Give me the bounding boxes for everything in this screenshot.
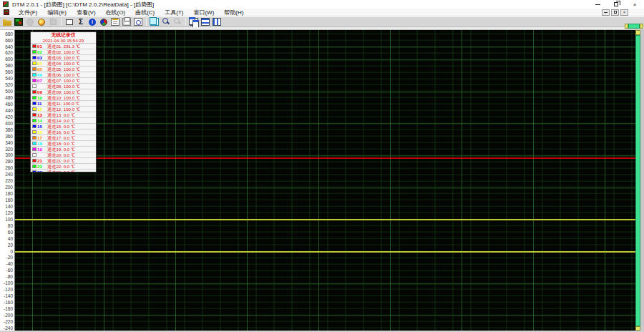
- channel-number: 14: [37, 118, 44, 123]
- toolbar-separator: [146, 18, 147, 26]
- minimize-button[interactable]: [588, 0, 607, 9]
- report-button[interactable]: [110, 17, 121, 26]
- channel-color-swatch: [32, 102, 36, 105]
- legend-row-channel-01[interactable]: 01通道01: 291.3 ℃: [31, 44, 96, 49]
- device-record-button[interactable]: [14, 17, 24, 26]
- vscroll-thumb[interactable]: [635, 35, 640, 326]
- vertical-scrollbar[interactable]: [635, 30, 640, 331]
- legend-row-channel-06[interactable]: 06通道06: 100.0 ℃: [31, 72, 96, 78]
- y-axis-tick-label: 320: [0, 147, 13, 152]
- legend-row-channel-17[interactable]: 17通道17: 0.0 ℃: [31, 135, 96, 141]
- legend-row-channel-08[interactable]: 08通道08: 100.0 ℃: [31, 84, 96, 89]
- channel-color-swatch: [32, 130, 36, 134]
- mdi-restore-icon: [614, 11, 617, 14]
- y-axis-tick-label: 80: [0, 223, 13, 229]
- legend-row-channel-13[interactable]: 13通道13: 0.0 ℃: [31, 112, 96, 118]
- y-axis-tick-label: 120: [0, 210, 13, 216]
- legend-row-channel-03[interactable]: 03通道03: 100.0 ℃: [31, 55, 96, 61]
- y-axis-tick-label: 280: [0, 159, 13, 165]
- legend-row-channel-02[interactable]: 02通道02: 100.0 ℃: [31, 49, 96, 55]
- menu-item-6[interactable]: 工具(T): [160, 9, 188, 16]
- channel-number: 15: [37, 124, 44, 129]
- channel-number: 23: [37, 170, 44, 172]
- y-axis-tick-label: 140: [0, 204, 13, 210]
- zoom-in-button[interactable]: [161, 17, 172, 26]
- open-file-button[interactable]: [2, 17, 13, 26]
- channel-number: 04: [37, 61, 44, 66]
- report-icon: [111, 18, 119, 26]
- pie-chart-button[interactable]: [99, 17, 109, 26]
- channel-number: 06: [37, 72, 44, 77]
- mdi-minimize-button[interactable]: [602, 9, 610, 16]
- channel-value-text: 通道15: 0.0 ℃: [47, 124, 75, 129]
- channel-number: 22: [37, 164, 44, 169]
- channel-color-swatch: [32, 96, 36, 99]
- y-axis-tick-label: -220: [0, 319, 13, 325]
- channel-number: 20: [37, 152, 44, 157]
- y-axis-tick-label: 340: [0, 140, 13, 146]
- y-axis-tick-label: 480: [0, 95, 13, 101]
- legend-row-channel-04[interactable]: 04通道04: 100.0 ℃: [31, 61, 96, 67]
- channel-value-text: 通道21: 0.0 ℃: [47, 158, 75, 163]
- menu-item-3[interactable]: 查看(V): [72, 9, 101, 16]
- series-line-channel-01: [15, 157, 635, 159]
- print-button[interactable]: [122, 17, 132, 26]
- channel-number: 13: [37, 112, 44, 117]
- channel-color-swatch: [32, 50, 36, 54]
- menu-item-8[interactable]: 帮助(H): [219, 9, 248, 16]
- legend-title: 无线记录仪: [31, 32, 96, 38]
- legend-row-channel-10[interactable]: 10通道10: 100.0 ℃: [31, 95, 96, 101]
- y-axis-tick-label: 420: [0, 114, 13, 120]
- legend-row-channel-07[interactable]: 07通道07: 100.0 ℃: [31, 78, 96, 84]
- mdi-close-button[interactable]: ×: [620, 9, 628, 16]
- menu-item-7[interactable]: 窗口(W): [188, 9, 219, 16]
- channel-color-swatch: [32, 153, 36, 157]
- legend-row-channel-18[interactable]: 18通道18: 0.0 ℃: [31, 141, 96, 147]
- mdi-restore-button[interactable]: [611, 9, 619, 16]
- menu-item-4[interactable]: 在线(O): [101, 9, 131, 16]
- legend-row-channel-11[interactable]: 11通道11: 100.0 ℃: [31, 101, 96, 107]
- tile-vertical-button[interactable]: [212, 17, 223, 26]
- legend-row-channel-09[interactable]: 09通道09: 100.0 ℃: [31, 89, 96, 95]
- vscroll-top-cap[interactable]: [635, 30, 640, 35]
- info-button[interactable]: i: [87, 17, 98, 26]
- copy-button[interactable]: [150, 17, 160, 26]
- y-axis-tick-label: 100: [0, 217, 13, 223]
- legend-row-channel-15[interactable]: 15通道15: 0.0 ℃: [31, 124, 96, 130]
- print-preview-button[interactable]: [133, 17, 144, 26]
- channel-color-swatch: [32, 136, 36, 140]
- copy-icon: [150, 18, 159, 26]
- select-box-button[interactable]: [64, 17, 75, 26]
- legend-panel[interactable]: 无线记录仪 2021-04-30 15:54:29 01通道01: 291.3 …: [30, 31, 97, 172]
- legend-row-channel-12[interactable]: 12通道12: 100.0 ℃: [31, 107, 96, 112]
- channel-value-text: 通道13: 0.0 ℃: [47, 112, 75, 117]
- menu-item-2[interactable]: 编辑(E): [42, 9, 72, 16]
- menu-item-1[interactable]: 文件(F): [14, 9, 42, 16]
- channel-value-text: 通道04: 100.0 ℃: [47, 61, 80, 66]
- legend-row-channel-16[interactable]: 16通道16: 0.0 ℃: [31, 130, 96, 135]
- legend-row-channel-21[interactable]: 21通道21: 0.0 ℃: [31, 158, 96, 164]
- plot-area[interactable]: 无线记录仪 2021-04-30 15:54:29 01通道01: 291.3 …: [14, 30, 635, 331]
- legend-row-channel-14[interactable]: 14通道14: 0.0 ℃: [31, 118, 96, 124]
- y-axis-tick-label: 180: [0, 191, 13, 197]
- hscroll-thumb[interactable]: [628, 24, 640, 29]
- statistics-sigma-button[interactable]: Σ: [76, 17, 87, 26]
- close-button[interactable]: ×: [625, 0, 644, 9]
- restore-button[interactable]: [607, 0, 625, 9]
- hscroll-right-cap[interactable]: [640, 24, 643, 29]
- cascade-windows-button[interactable]: [189, 17, 200, 26]
- y-axis-tick-label: -20: [0, 255, 13, 260]
- legend-row-channel-20[interactable]: 20通道20: 0.0 ℃: [31, 152, 96, 158]
- legend-row-channel-05[interactable]: 05通道05: 100.0 ℃: [31, 67, 96, 72]
- legend-row-channel-22[interactable]: 22通道22: 0.0 ℃: [31, 164, 96, 170]
- legend-row-channel-23[interactable]: 23通道23: 0.0 ℃: [31, 170, 96, 172]
- channel-number: 10: [37, 95, 44, 100]
- start-sample-button[interactable]: [36, 17, 47, 26]
- legend-row-channel-19[interactable]: 19通道19: 0.0 ℃: [31, 147, 96, 152]
- tile-horizontal-button[interactable]: [200, 17, 211, 26]
- tile-horizontal-icon: [201, 18, 210, 26]
- menu-item-5[interactable]: 曲线(C): [130, 9, 160, 16]
- channel-value-text: 通道22: 0.0 ℃: [47, 164, 75, 169]
- y-axis-tick-label: 20: [0, 243, 13, 248]
- horizontal-scrollbar[interactable]: [625, 24, 643, 29]
